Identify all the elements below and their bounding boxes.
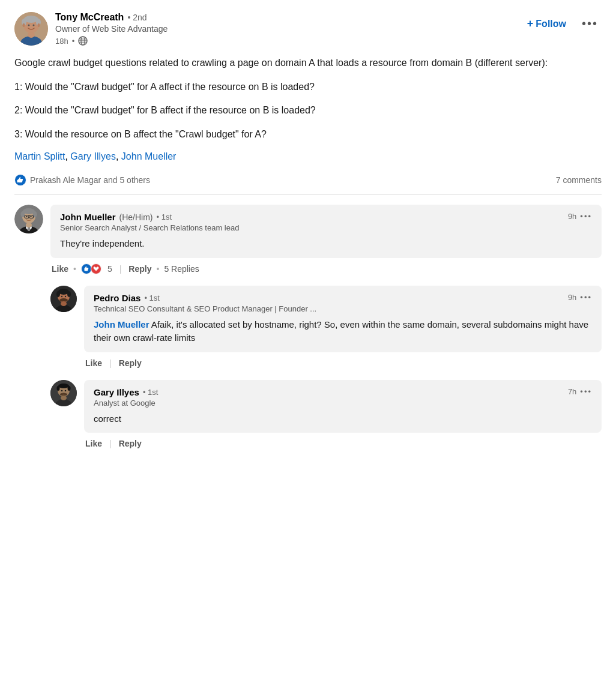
author-info: Tony McCreath • 2nd Owner of Web Site Ad… [55,12,168,46]
author-name[interactable]: Tony McCreath [55,12,124,23]
post-question-2: 2: Would the "Crawl budget" for B affect… [14,103,602,118]
like-button-gary[interactable]: Like [85,436,102,451]
svg-point-46 [68,386,71,391]
svg-point-8 [33,25,35,26]
post-question-1: 1: Would the "Crawl budget" for A affect… [14,79,602,95]
post-actions: + Follow ••• [522,14,602,33]
svg-point-44 [58,384,69,388]
comment-avatar-gary[interactable] [50,380,77,406]
heart-icon-small [91,263,101,274]
comments-count: 7 comments [556,175,602,185]
comment-more-gary[interactable]: ••• [580,387,592,396]
svg-point-27 [30,216,31,217]
comment-header: John Mueller (He/Him) • 1st 9h ••• [60,212,592,222]
comment-body-pedro: Pedro Dias • 1st 9h ••• Technical SEO Co… [84,286,602,370]
comment-avatar-pedro[interactable] [50,286,77,312]
comment-avatar-john-mueller[interactable] [14,205,43,233]
nested-comments: Pedro Dias • 1st 9h ••• Technical SEO Co… [50,286,602,451]
comment-title-pedro: Technical SEO Consultant & SEO Product M… [94,304,592,313]
divider [14,194,602,195]
comment-name-row-pedro: Pedro Dias • 1st [94,293,160,303]
tagged-people: Martin Splitt, Gary Illyes, John Mueller [14,151,602,162]
svg-point-35 [56,291,60,297]
post-time: 18h [55,37,68,46]
comment-bubble-gary: Gary Illyes • 1st 7h ••• Analyst at Goog… [84,380,602,433]
svg-point-50 [61,396,67,400]
comment-name-row-gary: Gary Illyes • 1st [94,387,158,397]
like-button-john[interactable]: Like [52,262,68,276]
author-degree: • 2nd [127,13,146,22]
separator: • [72,37,75,46]
comment-pedro-dias: Pedro Dias • 1st 9h ••• Technical SEO Co… [50,286,602,370]
comment-title-john: Senior Search Analyst / Search Relations… [60,223,592,232]
post-author-section: Tony McCreath • 2nd Owner of Web Site Ad… [14,12,168,46]
svg-rect-16 [17,180,19,183]
svg-point-10 [38,23,40,27]
comment-pronouns: (He/Him) [119,212,153,222]
comment-more-john[interactable]: ••• [580,212,592,221]
author-avatar[interactable] [14,12,48,46]
svg-point-36 [67,291,71,297]
commenter-name-gary[interactable]: Gary Illyes [94,387,139,397]
svg-point-39 [65,296,66,297]
author-title: Owner of Web Site Advantage [55,24,168,34]
comment-gary-illyes: Gary Illyes • 1st 7h ••• Analyst at Goog… [50,380,602,451]
dot1: • [73,264,76,274]
comment-text-pedro: John Mueller Afaik, it's allocated set b… [94,318,592,345]
reaction-icons [14,174,26,186]
svg-point-26 [26,216,27,217]
comment-actions-gary: Like | Reply [84,436,602,451]
tagged-john-mueller[interactable]: John Mueller [121,151,177,161]
comment-degree-gary: • 1st [143,388,159,397]
comment-header-gary: Gary Illyes • 1st 7h ••• [94,387,592,397]
post-header: Tony McCreath • 2nd Owner of Web Site Ad… [14,12,602,46]
reaction-count-john: 5 [107,264,112,274]
post-intro: Google crawl budget questions related to… [14,55,602,71]
reactions-row: Prakash Ale Magar and 5 others 7 comment… [14,169,602,191]
comment-bubble-pedro: Pedro Dias • 1st 9h ••• Technical SEO Co… [84,286,602,352]
svg-point-38 [61,296,62,297]
globe-icon [78,36,88,46]
reply-button-pedro[interactable]: Reply [119,356,142,370]
comment-body-john-mueller: John Mueller (He/Him) • 1st 9h ••• Senio… [50,205,602,276]
comment-title-gary: Analyst at Google [94,399,592,408]
comment-time-pedro: 9h ••• [568,293,592,302]
comment-more-pedro[interactable]: ••• [580,293,592,302]
comment-time-john: 9h ••• [568,212,592,221]
like-button-pedro[interactable]: Like [85,356,102,370]
follow-plus-icon: + [527,17,534,30]
comment-actions-pedro: Like | Reply [84,356,602,370]
comment-john-mueller: John Mueller (He/Him) • 1st 9h ••• Senio… [14,205,602,276]
reactions-left: Prakash Ale Magar and 5 others [14,174,150,186]
follow-button[interactable]: + Follow [522,15,571,32]
svg-point-40 [61,301,67,306]
follow-label: Follow [536,19,566,29]
tagged-martin-splitt[interactable]: Martin Splitt [14,151,65,161]
reaction-small-icons [81,263,101,274]
reply-button-john[interactable]: Reply [128,262,151,276]
commenter-name-john[interactable]: John Mueller [60,212,116,222]
comments-section: John Mueller (He/Him) • 1st 9h ••• Senio… [14,205,602,451]
reactions-text: Prakash Ale Magar and 5 others [30,175,150,185]
reply-button-gary[interactable]: Reply [119,436,142,451]
comment-degree-john: • 1st [157,212,172,221]
more-options-button[interactable]: ••• [578,14,602,33]
mention-john-mueller[interactable]: John Mueller [94,319,149,329]
svg-point-9 [23,23,25,27]
svg-point-21 [26,223,32,227]
post-content: Google crawl budget questions related to… [14,55,602,142]
comment-time-gary: 7h ••• [568,387,592,396]
commenter-name-pedro[interactable]: Pedro Dias [94,293,140,303]
comment-name-row: John Mueller (He/Him) • 1st [60,212,172,222]
replies-count-john: 5 Replies [164,264,199,274]
tagged-gary-illyes[interactable]: Gary Illyes [70,151,116,161]
post-meta: 18h • [55,36,168,46]
like-reaction-icon [14,174,26,186]
comment-text-john: They're independent. [60,237,592,251]
comment-bubble-john-mueller: John Mueller (He/Him) • 1st 9h ••• Senio… [50,205,602,258]
svg-point-45 [57,386,60,391]
comment-degree-pedro: • 1st [144,293,160,302]
dot2: • [156,264,159,274]
comment-actions-john: Like • 5 | Reply [50,262,602,276]
separator2: , [116,151,121,161]
